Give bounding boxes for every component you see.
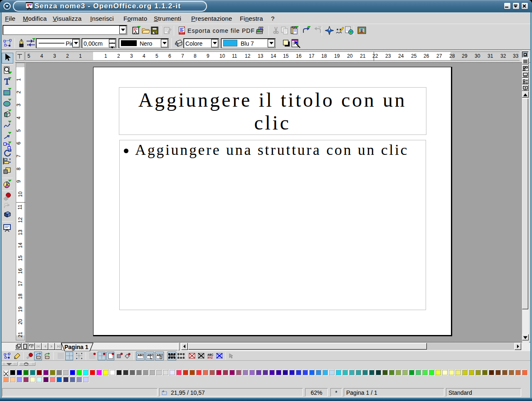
svg-text:ABC: ABC — [207, 353, 213, 356]
svg-text:ABC: ABC — [147, 354, 153, 357]
svg-text:ABC: ABC — [138, 354, 144, 357]
svg-text:ABC: ABC — [157, 354, 163, 357]
svg-text:XYZ: XYZ — [207, 356, 213, 359]
